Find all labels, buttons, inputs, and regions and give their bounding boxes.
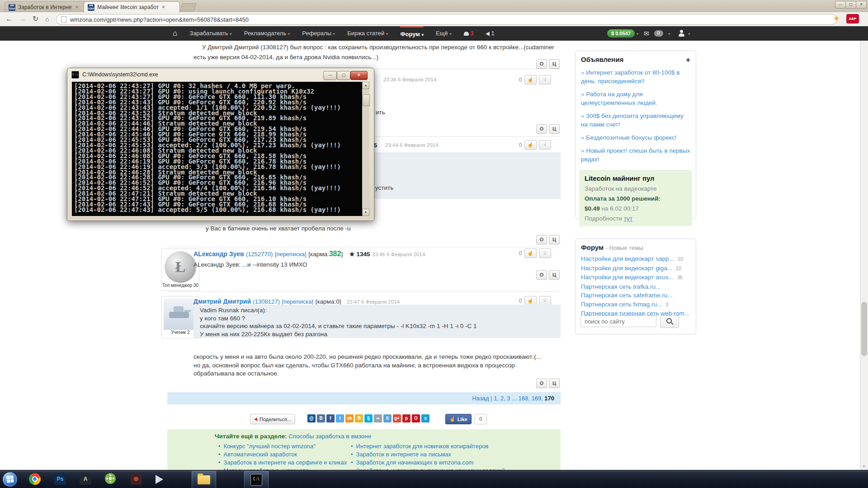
surfingbird-icon[interactable]: s (421, 414, 429, 422)
address-bar[interactable]: wmzona.com/gptr/news.php?action=open&ite… (56, 14, 837, 25)
vk-icon[interactable]: В (317, 414, 325, 422)
announcement-link[interactable]: » Работа на дому для целеустремленных лю… (581, 90, 690, 107)
quote-button[interactable]: Ц (549, 270, 560, 280)
bookmark-star-icon[interactable]: ★ (833, 14, 840, 23)
forum-topic-link[interactable]: Настройки для видеокарт giga...22 (581, 264, 690, 273)
scroll-up-icon[interactable]: ▲ (362, 82, 369, 89)
taskbar-app-a-icon[interactable]: A (80, 473, 93, 486)
related-link[interactable]: Конкурс "лучший постер wmzona" (218, 443, 316, 450)
share-button[interactable]: Поделиться... (250, 414, 295, 424)
taskbar-icq-icon[interactable] (105, 473, 118, 486)
related-link[interactable]: Заработок в интернете на письмах (351, 451, 451, 458)
forum-topic-link[interactable]: Партнерская сеть safeframe.ru... (581, 291, 690, 300)
quote-button[interactable]: Ц (549, 235, 560, 244)
add-announcement-button[interactable]: + (686, 56, 690, 65)
related-link[interactable]: Заработок в интернете на серфинге и клик… (218, 459, 347, 466)
taskbar-photoshop-icon[interactable]: Ps (54, 473, 68, 486)
related-link[interactable]: Интернет заработок для новичков копирайт… (351, 443, 489, 450)
twitter-icon[interactable]: t (336, 414, 344, 422)
forum-topic-link[interactable]: Партнерская сеть trafka.ru... (581, 282, 690, 291)
taskbar-chrome-icon[interactable] (29, 473, 42, 486)
announce-megaphone[interactable]: 1 (486, 26, 494, 41)
window-close-button[interactable]: ✕ (856, 1, 867, 9)
announcement-link[interactable]: » Новый проект! спеши быть в первых ряда… (581, 146, 690, 164)
announcement-link[interactable]: » 300$ без депозита управляющему на памм… (581, 112, 690, 129)
thumb-down-button[interactable]: ☟ (539, 249, 551, 258)
facebook-icon[interactable]: f (326, 414, 335, 422)
reply-button[interactable]: О (536, 124, 547, 134)
console-scrollbar-thumb[interactable] (363, 94, 370, 106)
balance-button[interactable]: $ 0.0547 (607, 29, 635, 38)
quote-button[interactable]: Ц (549, 124, 560, 134)
tab-2-close-icon[interactable]: ✕ (161, 5, 165, 9)
scroll-down-icon[interactable]: ▼ (362, 209, 369, 216)
adblock-extension-icon[interactable]: ABP (846, 14, 859, 23)
nav-item-referrals[interactable]: Рефералы ▾ (302, 26, 335, 41)
quote-button[interactable]: Ц (549, 59, 560, 69)
thumb-up-button[interactable]: ☝ (524, 140, 537, 150)
thumb-up-button[interactable]: ☝ (524, 296, 537, 305)
user-icon[interactable] (678, 30, 685, 37)
related-link[interactable]: Заработок для начинающих в wmzona.com (351, 459, 473, 466)
nav-item-articles[interactable]: Биржа статей ▾ (347, 26, 388, 41)
url-text[interactable]: wmzona.com/gptr/news.php?action=open&ite… (70, 16, 249, 23)
reload-icon[interactable]: ↻ (33, 12, 38, 26)
nav-item-advertiser[interactable]: Рекламодатель ▾ (244, 26, 290, 41)
related-heading-link[interactable]: Способы заработка в вмзоне (288, 433, 371, 440)
forum-topic-link[interactable]: Партнерская сеть fxmag.ru...3 (581, 300, 690, 310)
tab-1-close-icon[interactable]: ✕ (75, 5, 79, 9)
window-minimize-button[interactable]: — (835, 1, 846, 9)
mail-icon[interactable]: ✉ (644, 30, 649, 37)
pagination-back-link[interactable]: Назад (472, 395, 489, 402)
opera-icon[interactable]: O (412, 414, 420, 422)
author-id[interactable]: (1308127) (253, 298, 279, 305)
thumb-down-button[interactable]: ☟ (539, 75, 551, 84)
forum-topic-link[interactable]: Настройки для видеокарт sapp...10 (581, 254, 690, 264)
details-link[interactable]: тут (624, 215, 632, 222)
pagination-pages[interactable]: 1, 2, 3 ... 168, 169, (494, 395, 544, 402)
page-scrollbar[interactable]: ▲ ▼ (860, 26, 868, 470)
search-button[interactable] (660, 315, 679, 328)
nav-item-more[interactable]: Ещё ▾ (436, 26, 452, 41)
reply-button[interactable]: О (536, 270, 547, 280)
cmd-minimize-button[interactable]: — (323, 71, 337, 80)
pm-link[interactable]: [переписка] (275, 251, 307, 258)
odnoklassniki-icon[interactable]: ok (345, 414, 354, 422)
forward-icon[interactable]: → (19, 12, 26, 26)
announcement-link[interactable]: » Интернет заработок от 80-100$ в день. … (581, 68, 690, 85)
yandex-icon[interactable]: Я (355, 414, 363, 422)
chevron-down-icon[interactable]: ▾ (668, 32, 670, 36)
nav-item-earn[interactable]: Зарабатывать ▾ (189, 26, 232, 41)
chevron-down-icon[interactable]: ▾ (688, 32, 690, 36)
quote-button[interactable]: Ц (549, 379, 560, 388)
moimir-icon[interactable]: @ (307, 414, 316, 422)
home-icon[interactable]: ⌂ (45, 12, 49, 26)
chevron-down-icon[interactable]: ▾ (637, 32, 639, 36)
tab-2-active[interactable]: WM ZONA Майнинг litecoin заработ ✕ (84, 1, 180, 13)
pinterest-icon[interactable]: p (402, 414, 410, 422)
announcement-link[interactable]: » Бездепозитные бонусы форекс! (581, 133, 690, 142)
back-icon[interactable]: ← (5, 12, 13, 26)
author-link[interactable]: Дмитрий Дмитрий (193, 298, 251, 305)
thumb-up-button[interactable]: ☝ (524, 249, 537, 258)
forum-topic-link[interactable]: Настройки для видеокарт asus...35 (581, 273, 690, 282)
thumb-down-button[interactable]: ☟ (539, 140, 551, 150)
start-button[interactable] (3, 472, 17, 487)
notifications-bell[interactable]: 3 (464, 26, 473, 41)
author-id[interactable]: (1252770) (246, 251, 273, 258)
site-home-icon[interactable]: ⌂ (173, 26, 177, 41)
facebook-like-button[interactable]: ☝ Like (445, 414, 472, 424)
reply-button[interactable]: О (536, 59, 547, 69)
taskbar-app-icon[interactable] (130, 473, 144, 486)
console-scrollbar[interactable]: ▲ ▼ (362, 82, 369, 216)
cmd-maximize-button[interactable]: ▢ (337, 71, 350, 80)
window-maximize-button[interactable]: ▢ (845, 1, 856, 9)
taskbar-explorer-button[interactable] (192, 471, 216, 488)
new-tab-button[interactable] (179, 3, 197, 11)
nav-item-forum-active[interactable]: Форум ▾ (400, 26, 424, 41)
scroll-down-icon[interactable]: ▼ (862, 465, 866, 469)
related-link[interactable]: Автоматический заработок (218, 451, 297, 458)
taskbar-media-player-icon[interactable] (156, 475, 169, 488)
thumb-down-button[interactable]: ☟ (539, 296, 551, 305)
pm-link[interactable]: [переписка] (282, 298, 313, 305)
